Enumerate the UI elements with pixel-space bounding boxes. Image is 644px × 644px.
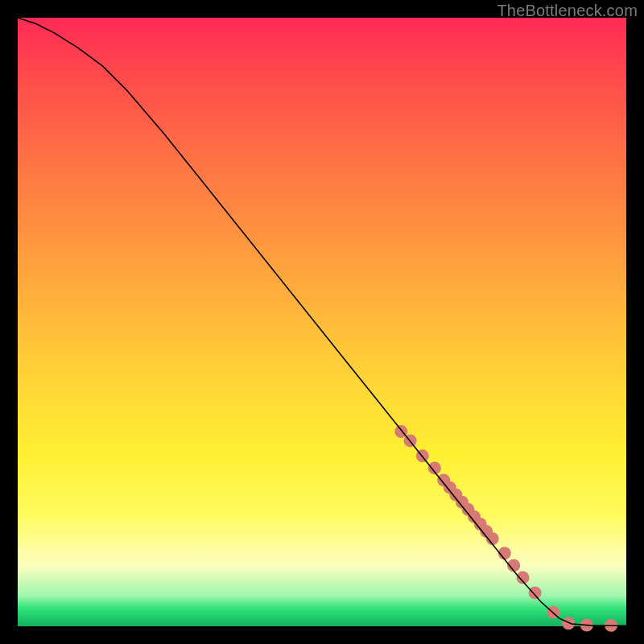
chart-stage: TheBottleneck.com bbox=[0, 0, 644, 644]
marker-dots bbox=[394, 425, 617, 632]
plot-area bbox=[18, 18, 626, 626]
marker-dot bbox=[529, 586, 542, 599]
chart-svg bbox=[18, 18, 626, 626]
marker-dot bbox=[562, 617, 575, 630]
main-curve bbox=[18, 18, 626, 625]
watermark-text: TheBottleneck.com bbox=[497, 2, 638, 20]
